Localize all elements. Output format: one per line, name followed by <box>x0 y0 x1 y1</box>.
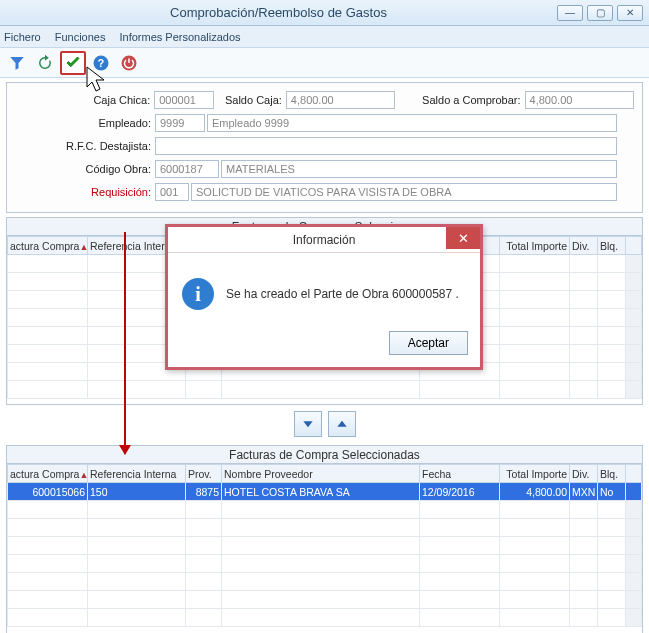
info-dialog: Información ✕ i Se ha creado el Parte de… <box>165 224 483 370</box>
cell-prov: 8875 <box>186 483 222 501</box>
window-title: Comprobación/Reembolso de Gastos <box>0 5 557 20</box>
table-row[interactable] <box>8 573 642 591</box>
minimize-button[interactable]: — <box>557 5 583 21</box>
col-div[interactable]: Div. <box>570 465 598 483</box>
table-header: actura Compra▲ Referencia Interna Prov. … <box>8 465 642 483</box>
dialog-accept-button[interactable]: Aceptar <box>389 331 468 355</box>
accept-button[interactable] <box>60 51 86 75</box>
menu-funciones[interactable]: Funciones <box>55 31 106 43</box>
refresh-button[interactable] <box>32 51 58 75</box>
table-row[interactable] <box>8 501 642 519</box>
codigo-obra-desc: MATERIALES <box>221 160 617 178</box>
col-blq[interactable]: Blq. <box>598 465 626 483</box>
col-prov[interactable]: Prov. <box>186 465 222 483</box>
empleado-input[interactable] <box>155 114 205 132</box>
cell-total-importe: 4,800.00 <box>500 483 570 501</box>
help-icon: ? <box>92 54 110 72</box>
toolbar: ? <box>0 48 649 78</box>
menu-bar: Fichero Funciones Informes Personalizado… <box>0 26 649 48</box>
requisicion-desc: SOLICTUD DE VIATICOS PARA VISISTA DE OBR… <box>191 183 617 201</box>
move-down-button[interactable] <box>294 411 322 437</box>
help-button[interactable]: ? <box>88 51 114 75</box>
col-total-importe[interactable]: Total Importe <box>500 237 570 255</box>
arrow-down-icon <box>300 416 316 432</box>
annotation-arrow <box>124 232 126 454</box>
scrollbar-track[interactable] <box>626 465 642 483</box>
dialog-message: Se ha creado el Parte de Obra 600000587 … <box>226 287 459 301</box>
table-row[interactable] <box>8 537 642 555</box>
col-nombre-proveedor[interactable]: Nombre Proveedor <box>222 465 420 483</box>
saldo-caja-label: Saldo Caja: <box>214 94 286 106</box>
exit-button[interactable] <box>116 51 142 75</box>
col-referencia-interna[interactable]: Referencia Interna <box>88 465 186 483</box>
move-up-button[interactable] <box>328 411 356 437</box>
refresh-icon <box>36 54 54 72</box>
rfc-input[interactable] <box>155 137 617 155</box>
col-blq[interactable]: Blq. <box>598 237 626 255</box>
menu-fichero[interactable]: Fichero <box>4 31 41 43</box>
section-title-bottom: Facturas de Compra Seleccionadas <box>6 445 643 463</box>
funnel-icon <box>8 54 26 72</box>
dialog-titlebar: Información ✕ <box>168 227 480 253</box>
table-selected[interactable]: actura Compra▲ Referencia Interna Prov. … <box>6 463 643 633</box>
dialog-close-button[interactable]: ✕ <box>446 227 480 249</box>
check-icon <box>64 54 82 72</box>
col-factura-compra[interactable]: actura Compra▲ <box>8 237 88 255</box>
caja-chica-input[interactable] <box>154 91 214 109</box>
header-form: Caja Chica: Saldo Caja: 4,800.00 Saldo a… <box>6 82 643 213</box>
empleado-desc: Empleado 9999 <box>207 114 617 132</box>
svg-text:?: ? <box>98 56 104 68</box>
col-total-importe[interactable]: Total Importe <box>500 465 570 483</box>
col-fecha[interactable]: Fecha <box>420 465 500 483</box>
col-div[interactable]: Div. <box>570 237 598 255</box>
saldo-caja-value: 4,800.00 <box>286 91 395 109</box>
window-buttons: — ▢ ✕ <box>557 5 649 21</box>
cell-factura-compra: 600015066 <box>8 483 88 501</box>
power-icon <box>120 54 138 72</box>
table-row[interactable] <box>8 591 642 609</box>
filter-button[interactable] <box>4 51 30 75</box>
codigo-obra-input[interactable] <box>155 160 219 178</box>
table-row[interactable] <box>8 555 642 573</box>
table-row[interactable] <box>8 609 642 627</box>
rfc-label: R.F.C. Destajista: <box>15 140 155 152</box>
transfer-buttons <box>0 405 649 443</box>
requisicion-label: Requisición: <box>15 186 155 198</box>
maximize-button[interactable]: ▢ <box>587 5 613 21</box>
dialog-title: Información <box>293 233 356 247</box>
cell-fecha: 12/09/2016 <box>420 483 500 501</box>
window-titlebar: Comprobación/Reembolso de Gastos — ▢ ✕ <box>0 0 649 26</box>
table-row[interactable] <box>8 381 642 399</box>
menu-informes[interactable]: Informes Personalizados <box>119 31 240 43</box>
cell-blq: No <box>598 483 626 501</box>
saldo-comprobar-label: Saldo a Comprobar: <box>395 94 524 106</box>
scrollbar-track[interactable] <box>626 237 642 255</box>
codigo-obra-label: Código Obra: <box>15 163 155 175</box>
cell-div: MXN <box>570 483 598 501</box>
empleado-label: Empleado: <box>15 117 155 129</box>
arrow-up-icon <box>334 416 350 432</box>
table-row[interactable] <box>8 519 642 537</box>
requisicion-input[interactable] <box>155 183 189 201</box>
col-factura-compra[interactable]: actura Compra▲ <box>8 465 88 483</box>
table-row[interactable]: 600015066 150 8875 HOTEL COSTA BRAVA SA … <box>8 483 642 501</box>
saldo-comprobar-value: 4,800.00 <box>525 91 634 109</box>
cell-nombre-proveedor: HOTEL COSTA BRAVA SA <box>222 483 420 501</box>
info-icon: i <box>182 278 214 310</box>
cell-referencia-interna: 150 <box>88 483 186 501</box>
caja-chica-label: Caja Chica: <box>15 94 154 106</box>
close-icon: ✕ <box>458 231 469 246</box>
close-button[interactable]: ✕ <box>617 5 643 21</box>
